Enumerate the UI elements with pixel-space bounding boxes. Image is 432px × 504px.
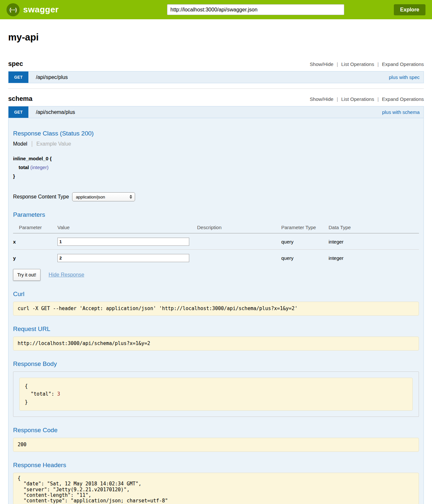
resource-title-schema: schema	[8, 95, 33, 102]
param-description	[197, 250, 281, 266]
try-it-out-row: Try it out! Hide Response	[13, 269, 419, 281]
links-separator	[337, 96, 338, 102]
selected-content-type: application/json	[76, 195, 105, 199]
parameters-table: Parameter Value Description Parameter Ty…	[13, 222, 419, 266]
param-data-type: integer	[329, 233, 419, 250]
response-class-title: Response Class (Status 200)	[13, 130, 419, 137]
param-type: query	[281, 250, 329, 266]
expand-operations-link[interactable]: Expand Operations	[382, 61, 424, 67]
links-separator	[378, 61, 379, 67]
response-content-type-row: Response Content Type application/json	[13, 192, 419, 201]
request-url-block: http://localhost:3000/api/schema/plus?x=…	[13, 337, 419, 351]
param-type: query	[281, 233, 329, 250]
resource-divider	[8, 88, 424, 89]
model-tabs: Model Example Value	[13, 141, 419, 147]
parameter-row-x: x query integer	[13, 233, 419, 250]
main-content: my-api spec Show/HideList OperationsExpa…	[0, 32, 432, 504]
col-data-type: Data Type	[329, 222, 419, 233]
show-hide-link[interactable]: Show/Hide	[310, 61, 333, 67]
json-number-value: 3	[57, 391, 60, 397]
param-description	[197, 233, 281, 250]
expand-operations-link[interactable]: Expand Operations	[382, 96, 424, 102]
list-operations-link[interactable]: List Operations	[341, 61, 374, 67]
response-content-type-label: Response Content Type	[13, 194, 69, 200]
swagger-logo-icon: {⋯}	[7, 3, 20, 16]
resource-schema-controls: Show/HideList OperationsExpand Operation…	[310, 96, 424, 102]
operation-row-schema-plus[interactable]: GET /api/schema/plus plus with schema	[8, 106, 424, 118]
parameter-row-y: y query integer	[13, 250, 419, 266]
col-description: Description	[197, 222, 281, 233]
hide-response-link[interactable]: Hide Response	[49, 272, 84, 278]
operation-row-spec-plus[interactable]: GET /api/spec/plus plus with spec	[8, 71, 424, 83]
response-headers-block: { "date": "Sat, 12 May 2018 14:02:34 GMT…	[13, 473, 419, 504]
links-separator	[378, 96, 379, 102]
operation-detail-panel: Response Class (Status 200) Model Exampl…	[8, 118, 424, 504]
logo-glyph: {⋯}	[9, 7, 17, 12]
tab-model[interactable]: Model	[13, 141, 32, 147]
response-body-title: Response Body	[13, 360, 419, 368]
swagger-brand-link[interactable]: {⋯} swagger	[7, 3, 59, 16]
model-close-line: }	[13, 172, 419, 181]
resource-spec-header: spec Show/HideList OperationsExpand Oper…	[8, 60, 424, 68]
links-separator	[337, 61, 338, 67]
response-body-json: { "total": 3 }	[19, 378, 413, 411]
resource-spec: spec Show/HideList OperationsExpand Oper…	[8, 60, 424, 83]
response-headers-title: Response Headers	[13, 462, 419, 469]
col-value: Value	[57, 222, 197, 233]
param-data-type: integer	[329, 250, 419, 266]
resource-title-spec: spec	[8, 60, 23, 68]
resource-schema: schema Show/HideList OperationsExpand Op…	[8, 95, 424, 504]
model-signature: inline_model_0 { total (integer) }	[13, 154, 419, 181]
operation-summary-link[interactable]: plus with spec	[389, 71, 424, 83]
curl-command-block: curl -X GET --header 'Accept: applicatio…	[13, 302, 419, 316]
col-parameter-type: Parameter Type	[281, 222, 329, 233]
page-title: my-api	[8, 32, 424, 43]
model-property-name: total	[19, 165, 29, 170]
model-open-line: inline_model_0 {	[13, 154, 419, 163]
col-parameter: Parameter	[13, 222, 57, 233]
curl-title: Curl	[13, 291, 419, 298]
top-bar: {⋯} swagger Explore	[0, 0, 432, 19]
operation-summary-link[interactable]: plus with schema	[382, 106, 424, 118]
get-method-badge[interactable]: GET	[8, 71, 28, 83]
model-property-line: total (integer)	[13, 163, 419, 172]
param-y-value-input[interactable]	[57, 254, 189, 262]
list-operations-link[interactable]: List Operations	[341, 96, 374, 102]
parameters-header-row: Parameter Value Description Parameter Ty…	[13, 222, 419, 233]
response-body-container: { "total": 3 }	[13, 371, 419, 417]
param-name: x	[13, 233, 57, 250]
response-content-type-select[interactable]: application/json	[72, 192, 135, 201]
resource-schema-header: schema Show/HideList OperationsExpand Op…	[8, 95, 424, 102]
api-url-input[interactable]	[167, 4, 344, 15]
response-code-block: 200	[13, 438, 419, 452]
parameters-title: Parameters	[13, 211, 419, 218]
tab-example-value[interactable]: Example Value	[32, 141, 71, 147]
operation-path-link[interactable]: /api/spec/plus	[28, 71, 68, 83]
explore-button[interactable]: Explore	[394, 4, 425, 15]
param-name: y	[13, 250, 57, 266]
try-it-out-button[interactable]: Try it out!	[13, 269, 40, 281]
request-url-title: Request URL	[13, 325, 419, 333]
get-method-badge[interactable]: GET	[8, 106, 28, 118]
param-x-value-input[interactable]	[57, 238, 189, 246]
resource-spec-controls: Show/HideList OperationsExpand Operation…	[310, 61, 424, 67]
show-hide-link[interactable]: Show/Hide	[310, 96, 333, 102]
response-code-title: Response Code	[13, 427, 419, 434]
model-property-type: (integer)	[30, 165, 49, 170]
operation-path-link[interactable]: /api/schema/plus	[28, 106, 75, 118]
brand-text: swagger	[23, 5, 59, 15]
select-arrows-icon	[130, 195, 132, 199]
